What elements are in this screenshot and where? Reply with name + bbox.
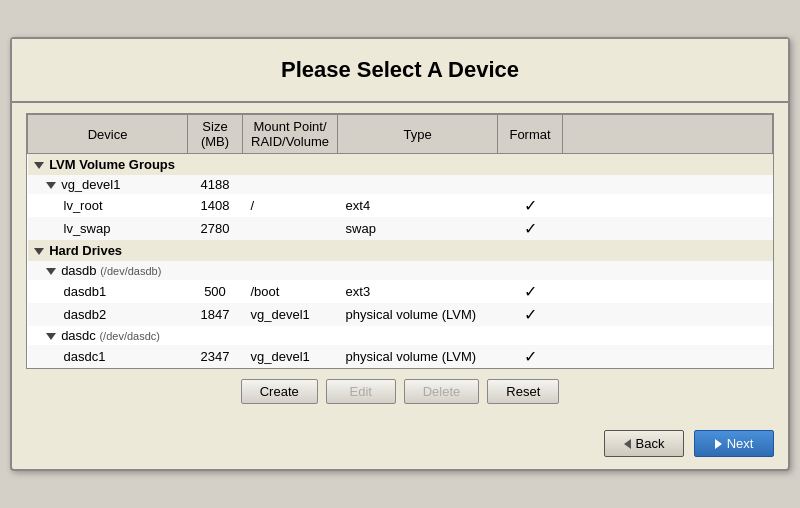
triangle-harddrives xyxy=(34,248,44,255)
vg_devel1-size: 4188 xyxy=(188,175,243,194)
dasdc1-label: dasdc1 xyxy=(64,349,106,364)
row-dasdb1[interactable]: dasdb1 500 /boot ext3 ✓ xyxy=(28,280,773,303)
dasdc1-extra xyxy=(563,345,773,368)
row-lv_root[interactable]: lv_root 1408 / ext4 ✓ xyxy=(28,194,773,217)
back-button[interactable]: Back xyxy=(604,430,684,457)
lv_swap-extra xyxy=(563,217,773,240)
dasdb1-extra xyxy=(563,280,773,303)
lv_root-label: lv_root xyxy=(64,198,103,213)
lv_swap-label: lv_swap xyxy=(64,221,111,236)
vg_devel1-mount xyxy=(243,175,338,194)
page-title: Please Select A Device xyxy=(32,57,768,83)
lv_swap-type: swap xyxy=(338,217,498,240)
dasdc-type xyxy=(338,326,498,345)
group-harddrives-label: Hard Drives xyxy=(49,243,122,258)
vg_devel1-label: vg_devel1 xyxy=(61,177,120,192)
dasdc1-mount: vg_devel1 xyxy=(243,345,338,368)
dasdc1-format: ✓ xyxy=(498,345,563,368)
dasdc-size xyxy=(188,326,243,345)
lv_root-mount: / xyxy=(243,194,338,217)
vg_devel1-extra xyxy=(563,175,773,194)
lv_root-size: 1408 xyxy=(188,194,243,217)
dasdb-label: dasdb xyxy=(61,263,96,278)
lv_swap-format: ✓ xyxy=(498,217,563,240)
dasdb-extra xyxy=(563,261,773,280)
dasdb2-extra xyxy=(563,303,773,326)
col-header-extra xyxy=(563,115,773,154)
dasdc-label: dasdc xyxy=(61,328,96,343)
col-header-mount: Mount Point/RAID/Volume xyxy=(243,115,338,154)
next-label: Next xyxy=(727,436,754,451)
row-vg_devel1[interactable]: vg_devel1 4188 xyxy=(28,175,773,194)
row-dasdc[interactable]: dasdc (/dev/dasdc) xyxy=(28,326,773,345)
row-lv_swap[interactable]: lv_swap 2780 swap ✓ xyxy=(28,217,773,240)
dasdb2-mount: vg_devel1 xyxy=(243,303,338,326)
col-header-device: Device xyxy=(28,115,188,154)
create-button[interactable]: Create xyxy=(241,379,318,404)
triangle-dasdb xyxy=(46,268,56,275)
dasdb1-size: 500 xyxy=(188,280,243,303)
dasdc-format xyxy=(498,326,563,345)
group-harddrives[interactable]: Hard Drives xyxy=(28,240,773,261)
vg_devel1-format xyxy=(498,175,563,194)
next-arrow-icon xyxy=(715,439,722,449)
dasdc-mount xyxy=(243,326,338,345)
vg_devel1-type xyxy=(338,175,498,194)
dasdb1-type: ext3 xyxy=(338,280,498,303)
lv_root-extra xyxy=(563,194,773,217)
group-lvm-label: LVM Volume Groups xyxy=(49,157,175,172)
dasdc-subtext: (/dev/dasdc) xyxy=(99,330,160,342)
dasdc1-type: physical volume (LVM) xyxy=(338,345,498,368)
dasdb-format xyxy=(498,261,563,280)
delete-button[interactable]: Delete xyxy=(404,379,480,404)
next-button[interactable]: Next xyxy=(694,430,774,457)
lv_root-type: ext4 xyxy=(338,194,498,217)
dasdb-size xyxy=(188,261,243,280)
dasdb2-label: dasdb2 xyxy=(64,307,107,322)
dasdb2-format: ✓ xyxy=(498,303,563,326)
row-dasdc1[interactable]: dasdc1 2347 vg_devel1 physical volume (L… xyxy=(28,345,773,368)
row-dasdb[interactable]: dasdb (/dev/dasdb) xyxy=(28,261,773,280)
lv_swap-size: 2780 xyxy=(188,217,243,240)
dasdc1-size: 2347 xyxy=(188,345,243,368)
triangle-vg_devel1 xyxy=(46,182,56,189)
col-header-size: Size(MB) xyxy=(188,115,243,154)
col-header-format: Format xyxy=(498,115,563,154)
dasdb-type xyxy=(338,261,498,280)
back-arrow-icon xyxy=(624,439,631,449)
dasdc-extra xyxy=(563,326,773,345)
dasdb2-type: physical volume (LVM) xyxy=(338,303,498,326)
lv_root-format: ✓ xyxy=(498,194,563,217)
triangle-dasdc xyxy=(46,333,56,340)
dasdb2-size: 1847 xyxy=(188,303,243,326)
lv_swap-mount xyxy=(243,217,338,240)
col-header-type: Type xyxy=(338,115,498,154)
dasdb-subtext: (/dev/dasdb) xyxy=(100,265,161,277)
group-lvm[interactable]: LVM Volume Groups xyxy=(28,154,773,176)
dasdb1-mount: /boot xyxy=(243,280,338,303)
dasdb1-format: ✓ xyxy=(498,280,563,303)
triangle-lvm xyxy=(34,162,44,169)
row-dasdb2[interactable]: dasdb2 1847 vg_devel1 physical volume (L… xyxy=(28,303,773,326)
reset-button[interactable]: Reset xyxy=(487,379,559,404)
edit-button[interactable]: Edit xyxy=(326,379,396,404)
back-label: Back xyxy=(636,436,665,451)
dasdb1-label: dasdb1 xyxy=(64,284,107,299)
dasdb-mount xyxy=(243,261,338,280)
